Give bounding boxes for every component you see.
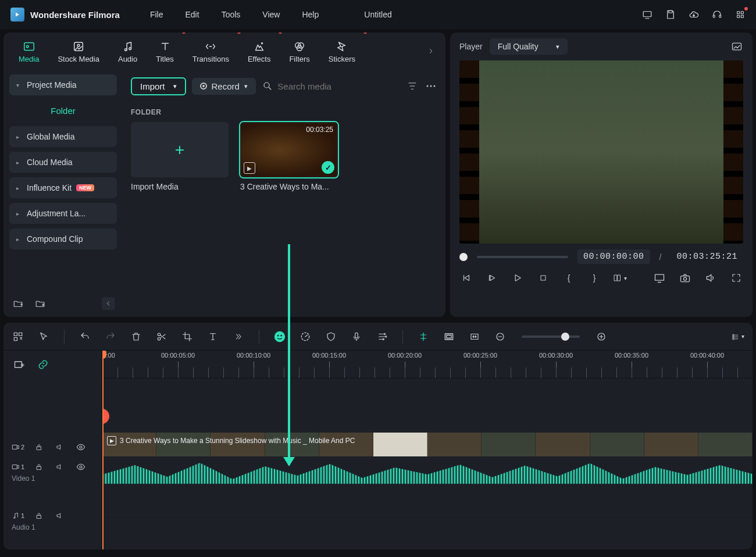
delete-folder-icon[interactable] [34,297,47,310]
step-back-icon[interactable] [485,271,499,285]
split-icon[interactable] [155,330,168,343]
media-clip-tile[interactable]: 00:03:25 ▶ ✓ 3 Creative Ways to Ma... [240,122,338,191]
display-icon[interactable] [652,271,666,285]
record-button[interactable]: Record▾ [192,78,256,95]
tabs-more-icon[interactable] [422,42,440,60]
speed-icon[interactable] [299,330,312,343]
timeline-view-icon[interactable]: ▾ [732,330,744,343]
search-input[interactable] [277,81,400,91]
add-track-icon[interactable] [13,358,26,371]
tab-stickers[interactable]: Stickers [319,33,365,70]
fit-icon[interactable] [468,330,481,343]
sidebar-item-compound-clip[interactable]: ▸Compound Clip [9,228,117,249]
track-head-v1[interactable]: 1 Video 1 [3,457,102,506]
mark-in-icon[interactable]: { [562,271,576,285]
track-v2-lane[interactable] [102,379,753,431]
apps-icon[interactable] [735,9,746,20]
shield-icon[interactable] [324,330,337,343]
layout-dropdown-icon[interactable]: ▾ [613,271,627,285]
auto-layout-icon[interactable] [12,330,24,343]
timecode-current[interactable]: 00:00:00:00 [577,249,650,264]
lock-icon[interactable] [33,460,45,473]
check-icon: ✓ [322,161,334,174]
new-folder-icon[interactable] [12,297,24,310]
device-icon[interactable] [642,9,652,20]
text-icon[interactable] [206,330,219,343]
quality-value: Full Quality [498,42,539,51]
tab-filters[interactable]: Filters [280,33,319,70]
timeline-ruler[interactable]: 00:00 00:00:05:00 00:00:10:00 00:00:15:0… [102,351,753,379]
sidebar-label: Project Media [27,80,77,90]
audio-mix-icon[interactable] [376,330,388,343]
import-media-tile[interactable]: + Import Media [131,122,229,191]
menu-file[interactable]: File [150,10,163,19]
tab-effects[interactable]: Effects [238,33,280,70]
sidebar-item-influence-kit[interactable]: ▸Influence KitNEW [9,177,117,198]
sidebar-item-adjustment-layer[interactable]: ▸Adjustment La... [9,203,117,224]
menu-tools[interactable]: Tools [222,10,241,19]
mark-out-icon[interactable]: } [587,271,601,285]
svg-point-11 [77,44,80,47]
quality-dropdown[interactable]: Full Quality▾ [490,38,568,55]
zoom-out-icon[interactable] [494,330,507,343]
collapse-sidebar-icon[interactable] [102,297,115,310]
redo-icon[interactable] [104,330,117,343]
mute-icon[interactable] [54,509,66,522]
track-head-a1[interactable]: 1 Audio 1 [3,506,102,535]
zoom-in-icon[interactable] [595,330,608,343]
mute-icon[interactable] [54,441,66,454]
lock-icon[interactable] [33,441,45,454]
camera-icon[interactable] [678,271,692,285]
track-v1-thumbs-lane[interactable]: ▶3 Creative Ways to Make a Stunning Slid… [102,431,753,459]
tab-stock-media[interactable]: Stock Media [48,33,109,70]
video-clip[interactable]: ▶3 Creative Ways to Make a Stunning Slid… [102,433,753,456]
pointer-icon[interactable] [37,330,50,343]
ai-icon[interactable] [273,330,286,343]
tab-media[interactable]: Media [9,33,48,70]
undo-icon[interactable] [79,330,91,343]
playhead[interactable] [102,351,104,549]
scrubber-track[interactable] [477,256,568,258]
visibility-icon[interactable] [74,460,87,473]
delete-icon[interactable] [130,330,142,343]
volume-icon[interactable] [704,271,718,285]
menu-help[interactable]: Help [302,10,319,19]
menu-view[interactable]: View [262,10,280,19]
marker-icon[interactable] [417,330,430,343]
preview-viewport[interactable] [459,60,743,244]
sidebar-item-folder[interactable]: Folder [9,100,117,122]
play-icon[interactable] [511,271,525,285]
stop-icon[interactable] [536,271,550,285]
scrubber-handle[interactable] [459,253,468,261]
more-icon[interactable] [425,80,437,92]
fullscreen-icon[interactable] [729,271,743,285]
zoom-slider[interactable] [522,335,580,338]
import-button[interactable]: Import▾ [131,77,186,95]
sidebar-item-global-media[interactable]: ▸Global Media [9,126,117,147]
menu-edit[interactable]: Edit [186,10,199,19]
sidebar-item-cloud-media[interactable]: ▸Cloud Media [9,152,117,173]
safe-zone-icon[interactable] [443,330,455,343]
tab-transitions[interactable]: Transitions [183,33,238,70]
expand-tools-icon[interactable] [232,330,245,343]
prev-frame-icon[interactable] [459,271,473,285]
mic-icon[interactable] [350,330,363,343]
lock-icon[interactable] [33,509,45,522]
visibility-icon[interactable] [74,441,87,454]
track-a1-lane[interactable] [102,484,753,515]
snapshot-icon[interactable] [730,40,743,53]
save-icon[interactable] [665,9,676,20]
cloud-icon[interactable] [689,9,699,20]
track-v1-wave-lane[interactable] [102,459,753,484]
crop-icon[interactable] [181,330,194,343]
svg-point-14 [261,42,262,44]
svg-rect-1 [669,10,672,13]
mute-icon[interactable] [54,460,66,473]
track-head-v2[interactable]: 2 [3,437,102,457]
link-icon[interactable] [36,358,50,372]
sidebar-item-project-media[interactable]: ▾Project Media [9,74,117,95]
support-icon[interactable] [712,9,722,20]
tab-audio[interactable]: Audio [109,33,147,70]
filter-icon[interactable] [406,80,419,92]
tab-titles[interactable]: Titles [147,33,183,70]
